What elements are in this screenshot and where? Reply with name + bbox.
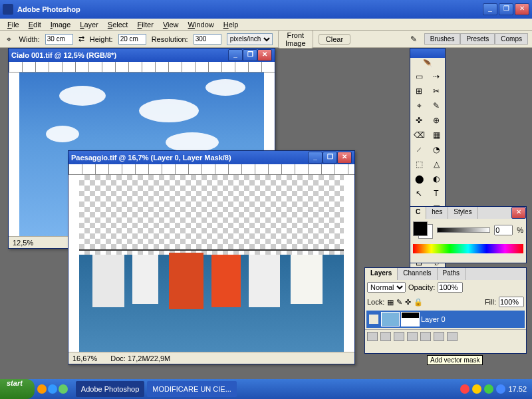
doc2-zoom[interactable]: 16,67% <box>72 354 97 362</box>
paths-tab[interactable]: Paths <box>438 268 466 280</box>
color-ramp[interactable] <box>413 244 523 253</box>
menu-file[interactable]: File <box>3 20 24 29</box>
doc1-close[interactable]: ✕ <box>257 49 272 61</box>
quicklaunch-icon[interactable] <box>37 384 47 394</box>
doc2-title: Paesaggio.tif @ 16,7% (Layer 0, Layer Ma… <box>71 154 308 162</box>
adjustment-icon[interactable] <box>420 332 431 341</box>
swatches-tab[interactable]: hes <box>426 207 448 219</box>
color-palette[interactable]: C hes Styles ✕ % <box>410 206 527 263</box>
doc1-titlebar[interactable]: Cialo 001.tif @ 12,5% (RGB/8*) _ ❐ ✕ <box>9 49 275 62</box>
opacity-input[interactable] <box>438 282 463 293</box>
history-tool[interactable]: ▦ <box>428 128 445 142</box>
height-input[interactable] <box>118 34 146 45</box>
visibility-icon[interactable] <box>369 315 378 324</box>
resolution-label: Resolution: <box>152 35 188 43</box>
doc2-maximize[interactable]: ❐ <box>323 152 337 164</box>
type-tool[interactable]: ◐ <box>428 172 445 186</box>
crop-tool[interactable]: ⌖ <box>410 98 428 113</box>
menu-view[interactable]: View <box>158 20 184 29</box>
mask-thumb[interactable] <box>401 312 420 327</box>
minimize-button[interactable]: _ <box>483 3 497 15</box>
new-group-icon[interactable] <box>407 332 418 341</box>
resolution-input[interactable] <box>194 34 221 45</box>
layer-row[interactable]: Layer 0 <box>366 311 525 328</box>
brush-tool[interactable]: ⊕ <box>428 113 445 128</box>
system-tray[interactable]: 17.52 <box>455 384 532 394</box>
lasso-tool[interactable]: ⊞ <box>410 84 428 98</box>
move-tool[interactable]: ⇢ <box>428 69 445 84</box>
layer-name[interactable]: Layer 0 <box>421 315 446 323</box>
doc1-title: Cialo 001.tif @ 12,5% (RGB/8*) <box>11 51 228 59</box>
menu-window[interactable]: Window <box>184 20 219 29</box>
layer-thumb[interactable] <box>381 312 400 327</box>
add-mask-icon[interactable] <box>394 332 404 341</box>
styles-tab[interactable]: Styles <box>448 207 477 219</box>
stamp-tool[interactable]: ⌫ <box>410 128 428 142</box>
doc2-minimize[interactable]: _ <box>308 152 323 164</box>
marquee-tool[interactable]: ▭ <box>410 69 428 84</box>
close-button[interactable]: ✕ <box>515 3 529 15</box>
menu-help[interactable]: Help <box>219 20 243 29</box>
doc1-zoom[interactable]: 12,5% <box>13 239 33 247</box>
delete-layer-icon[interactable] <box>447 332 458 341</box>
task-other[interactable]: MODIFICARE UN CIE... <box>147 381 237 397</box>
eraser-tool[interactable]: ⟋ <box>410 142 428 157</box>
width-input[interactable] <box>45 34 73 45</box>
blur-tool[interactable]: ⬚ <box>410 157 428 172</box>
quicklaunch-icon[interactable] <box>48 384 57 394</box>
menu-layer[interactable]: Layer <box>75 20 103 29</box>
tray-icon[interactable] <box>496 384 505 394</box>
fill-input[interactable] <box>499 297 524 307</box>
fx-icon[interactable] <box>380 332 391 341</box>
tray-icon[interactable] <box>460 384 469 394</box>
slice-tool[interactable]: ✎ <box>428 98 445 113</box>
menu-edit[interactable]: Edit <box>24 20 46 29</box>
menu-filter[interactable]: Filter <box>132 20 158 29</box>
layers-palette[interactable]: Layers Channels Paths Normal Opacity: Lo… <box>364 267 527 354</box>
color-slider[interactable] <box>437 227 490 233</box>
dodge-tool[interactable]: △ <box>428 157 445 172</box>
lock-brush-icon[interactable]: ✎ <box>396 298 402 307</box>
crop-tool-icon[interactable]: ⌖ <box>4 32 14 47</box>
clock[interactable]: 17.52 <box>508 385 527 393</box>
quicklaunch-icon[interactable] <box>59 384 68 394</box>
tray-icon[interactable] <box>484 384 493 394</box>
tab-comps[interactable]: Comps <box>495 33 528 45</box>
link-icon[interactable] <box>367 332 378 341</box>
start-button[interactable]: start <box>0 379 35 399</box>
menu-image[interactable]: Image <box>46 20 76 29</box>
brush-toggle-icon[interactable]: ✎ <box>409 32 419 47</box>
tab-presets[interactable]: Presets <box>460 33 495 45</box>
pen-tool[interactable]: ↖ <box>410 186 428 201</box>
color-tab[interactable]: C <box>410 207 426 219</box>
task-photoshop[interactable]: Adobe Photoshop <box>76 381 144 397</box>
height-label: Height: <box>90 35 113 43</box>
lock-transparency-icon[interactable]: ▦ <box>387 298 394 307</box>
wand-tool[interactable]: ✂ <box>428 84 445 98</box>
healing-tool[interactable]: ✜ <box>410 113 428 128</box>
color-value[interactable] <box>494 225 513 235</box>
color-close[interactable]: ✕ <box>511 207 526 219</box>
tray-icon[interactable] <box>472 384 481 394</box>
maximize-button[interactable]: ❐ <box>499 3 513 15</box>
new-layer-icon[interactable] <box>434 332 444 341</box>
lock-move-icon[interactable]: ✜ <box>405 298 411 307</box>
units-select[interactable]: pixels/inch <box>227 33 273 45</box>
doc2-canvas[interactable] <box>79 175 344 352</box>
gradient-tool[interactable]: ◔ <box>428 142 445 157</box>
layers-tab[interactable]: Layers <box>365 268 398 280</box>
clear-button[interactable]: Clear <box>319 34 350 45</box>
path-tool[interactable]: ⬤ <box>410 172 428 186</box>
doc1-minimize[interactable]: _ <box>228 49 243 61</box>
doc2-close[interactable]: ✕ <box>337 152 352 164</box>
tab-brushes[interactable]: Brushes <box>424 33 461 45</box>
menu-select[interactable]: Select <box>103 20 133 29</box>
shape-tool[interactable]: T <box>428 186 445 201</box>
document-window-2[interactable]: Paesaggio.tif @ 16,7% (Layer 0, Layer Ma… <box>68 150 355 364</box>
blend-mode-select[interactable]: Normal <box>367 282 406 293</box>
doc2-titlebar[interactable]: Paesaggio.tif @ 16,7% (Layer 0, Layer Ma… <box>68 151 354 164</box>
doc1-maximize[interactable]: ❐ <box>243 49 257 61</box>
channels-tab[interactable]: Channels <box>398 268 437 280</box>
lock-all-icon[interactable]: 🔒 <box>414 298 423 307</box>
front-image-button[interactable]: Front Image <box>278 30 313 49</box>
